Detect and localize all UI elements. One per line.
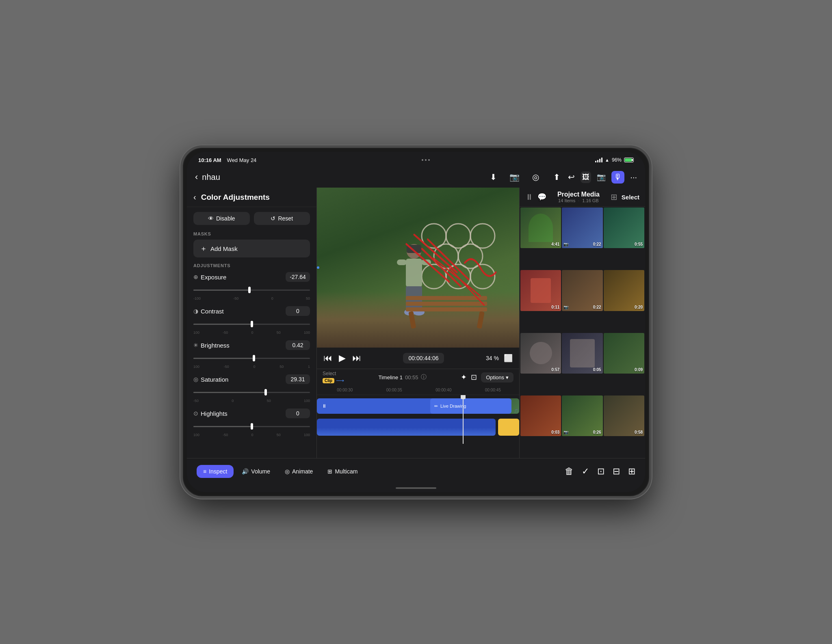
media-duration-6: 0:20 xyxy=(635,305,643,309)
eye-icon: 👁 xyxy=(208,215,214,222)
timeline-info-icon[interactable]: ⓘ xyxy=(421,374,427,381)
trim-icon[interactable]: ⊡ xyxy=(471,373,477,382)
photos-icon[interactable]: 🖼 xyxy=(581,171,591,183)
brightness-slider[interactable] xyxy=(193,358,310,359)
disable-button[interactable]: 👁 Disable xyxy=(193,212,250,225)
media-duration-7: 0:57 xyxy=(551,367,559,372)
exposure-slider[interactable] xyxy=(193,290,310,291)
saturation-slider[interactable] xyxy=(193,392,310,393)
animate-icon: ◎ xyxy=(285,468,290,475)
split-vertical-button[interactable]: ⊡ xyxy=(597,466,604,477)
share-icon[interactable]: ⬆ xyxy=(550,171,563,184)
media-thumb-4[interactable]: 0:11 xyxy=(520,270,561,311)
grid-view-icon[interactable]: ⊞ xyxy=(611,192,618,202)
media-thumb-1[interactable]: 4:41 xyxy=(520,207,561,248)
select-media-button[interactable]: Select xyxy=(622,194,639,201)
playback-controls: ⏮ ▶ ⏭ 00:00:44:06 34 % ⬜ xyxy=(317,348,519,369)
reset-icon: ↺ xyxy=(271,215,275,222)
media-thumb-8[interactable]: 0:05 xyxy=(562,333,602,374)
playhead-handle xyxy=(461,395,466,399)
media-duration-11: 0:26 xyxy=(593,430,601,434)
multicam-icon: ⊞ xyxy=(327,468,332,475)
magic-icon[interactable]: ✦ xyxy=(461,373,467,382)
back-button[interactable]: ‹ xyxy=(195,172,198,182)
brightness-value[interactable]: 0.42 xyxy=(286,340,310,350)
inspect-tab[interactable]: ≡ Inspect xyxy=(197,465,234,478)
live-drawing-clip[interactable]: ✏ Live Drawing xyxy=(430,398,511,414)
highlights-value[interactable]: 0 xyxy=(286,408,310,418)
settings-icon[interactable]: 💬 xyxy=(537,192,546,201)
animate-tab[interactable]: ◎ Animate xyxy=(278,465,319,478)
pause-media-icon[interactable]: ⏸ xyxy=(525,192,533,202)
pause-icon: ⏸ xyxy=(322,403,327,409)
media-duration-3: 0:55 xyxy=(635,242,643,246)
chevron-down-icon: ▾ xyxy=(506,374,509,380)
media-thumb-9[interactable]: 0:09 xyxy=(604,333,644,374)
saturation-icon: ◎ xyxy=(193,376,198,383)
export-icon[interactable]: ⬇ xyxy=(487,171,500,184)
contrast-value[interactable]: 0 xyxy=(286,306,310,316)
exposure-adjustment: ⊕ Exposure -27.64 -100 xyxy=(193,272,310,300)
status-time: 10:16 AM xyxy=(198,157,221,163)
panel-header: ‹ Color Adjustments xyxy=(187,188,316,207)
multicam-tab[interactable]: ⊞ Multicam xyxy=(321,465,364,478)
media-thumb-2[interactable]: 📷 0:22 xyxy=(562,207,602,248)
more-icon[interactable]: ··· xyxy=(630,173,637,182)
play-button[interactable]: ▶ xyxy=(339,353,346,363)
inspect-icon: ≡ xyxy=(203,468,206,475)
playhead xyxy=(463,395,464,444)
panel-back-button[interactable]: ‹ xyxy=(193,192,196,202)
split-horizontal-button[interactable]: ⊟ xyxy=(613,466,620,477)
highlights-icon: ⊙ xyxy=(193,410,198,417)
exposure-value[interactable]: -27.64 xyxy=(286,272,310,282)
media-thumb-6[interactable]: 0:20 xyxy=(604,270,644,311)
skip-forward-button[interactable]: ⏭ xyxy=(352,353,361,363)
left-panel: ‹ Color Adjustments 👁 Disable ↺ Reset xyxy=(187,188,317,458)
confirm-button[interactable]: ✓ xyxy=(582,466,589,477)
undo-icon[interactable]: ↩ xyxy=(568,172,575,182)
media-size: 1.16 GB xyxy=(582,198,598,203)
media-duration-8: 0:05 xyxy=(593,367,601,372)
options-button[interactable]: Options ▾ xyxy=(481,372,514,383)
right-panel: ⏸ 💬 Project Media 14 Items · 1.16 GB ⊞ S… xyxy=(519,188,645,458)
media-duration-5: 0:22 xyxy=(593,305,601,309)
volume-tab[interactable]: 🔊 Volume xyxy=(235,465,277,478)
panel-indicator-dot xyxy=(317,266,319,269)
media-duration-2: 0:22 xyxy=(593,242,601,246)
pip-button[interactable]: ⬜ xyxy=(504,354,513,363)
adjustments-label: ADJUSTMENTS xyxy=(193,263,310,268)
highlights-slider[interactable] xyxy=(193,426,310,427)
media-thumb-11[interactable]: 📷 0:26 xyxy=(562,395,602,436)
delete-button[interactable]: 🗑 xyxy=(565,466,574,477)
contrast-slider[interactable] xyxy=(193,324,310,325)
media-thumb-5[interactable]: 📷 0:22 xyxy=(562,270,602,311)
ruler-mark-3: 00:00:40 xyxy=(436,388,451,392)
main-track[interactable] xyxy=(317,419,496,436)
project-title[interactable]: nhau xyxy=(202,173,220,182)
audio-icon[interactable]: 📷 xyxy=(597,173,606,182)
saturation-value[interactable]: 29.31 xyxy=(286,374,310,384)
clip-thumb xyxy=(498,419,519,436)
media-duration-10: 0:03 xyxy=(551,430,559,434)
contrast-icon: ◑ xyxy=(193,308,198,314)
media-thumb-10[interactable]: 0:03 xyxy=(520,395,561,436)
effects-icon[interactable]: 🎙 xyxy=(611,171,624,184)
contrast-label: ◑ Contrast xyxy=(193,308,224,315)
camera-icon[interactable]: 📷 xyxy=(508,171,521,184)
video-icon-11: 📷 xyxy=(563,430,568,434)
timecode-display: 00:00:44:06 xyxy=(403,353,444,363)
voiceover-icon[interactable]: ◎ xyxy=(529,171,542,184)
grid-button[interactable]: ⊞ xyxy=(628,466,635,477)
media-thumb-12[interactable]: 0:58 xyxy=(604,395,644,436)
zoom-control[interactable]: 34 % xyxy=(486,355,499,361)
media-duration-9: 0:09 xyxy=(635,367,643,372)
skip-back-button[interactable]: ⏮ xyxy=(323,353,332,363)
timeline-tracks[interactable]: ⏸ ✏ Live Drawing 🎵 xyxy=(317,395,519,444)
add-mask-button[interactable]: ＋ Add Mask xyxy=(193,240,310,257)
media-duration-4: 0:11 xyxy=(551,305,559,309)
wifi-icon: ▲ xyxy=(605,158,609,162)
reset-button[interactable]: ↺ Reset xyxy=(254,212,310,225)
panel-title: Color Adjustments xyxy=(201,193,270,202)
media-thumb-7[interactable]: 0:57 xyxy=(520,333,561,374)
media-thumb-3[interactable]: 0:55 xyxy=(604,207,644,248)
